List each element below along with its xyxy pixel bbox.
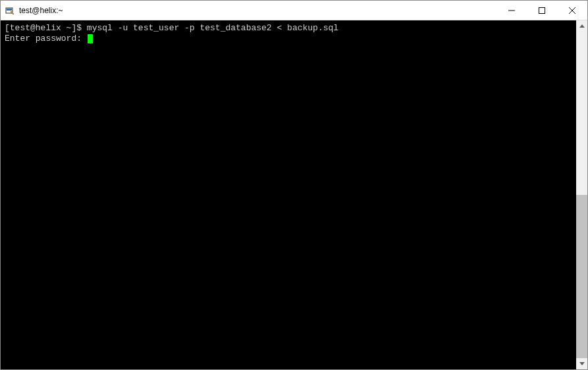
- minimize-button[interactable]: [496, 1, 527, 20]
- terminal-line: [test@helix ~]$ mysql -u test_user -p te…: [5, 23, 572, 34]
- putty-icon: [5, 5, 15, 16]
- window-controls: [496, 1, 587, 20]
- window-titlebar: test@helix:~: [1, 1, 587, 20]
- terminal-container: [test@helix ~]$ mysql -u test_user -p te…: [1, 20, 587, 369]
- shell-prompt: [test@helix ~]$: [5, 23, 87, 33]
- maximize-button[interactable]: [527, 1, 557, 20]
- svg-rect-3: [539, 7, 545, 13]
- scroll-thumb[interactable]: [576, 195, 587, 358]
- terminal-line: Enter password:: [5, 34, 572, 44]
- scroll-down-arrow-icon[interactable]: [576, 358, 587, 369]
- scroll-up-arrow-icon[interactable]: [576, 20, 587, 32]
- window-title: test@helix:~: [19, 6, 496, 15]
- vertical-scrollbar[interactable]: [576, 20, 587, 369]
- terminal[interactable]: [test@helix ~]$ mysql -u test_user -p te…: [1, 20, 576, 369]
- shell-command: mysql -u test_user -p test_database2 < b…: [87, 23, 338, 33]
- svg-rect-1: [7, 9, 12, 11]
- scroll-track[interactable]: [576, 32, 587, 358]
- terminal-cursor: [88, 34, 93, 43]
- password-prompt: Enter password:: [5, 34, 87, 43]
- close-button[interactable]: [557, 1, 587, 20]
